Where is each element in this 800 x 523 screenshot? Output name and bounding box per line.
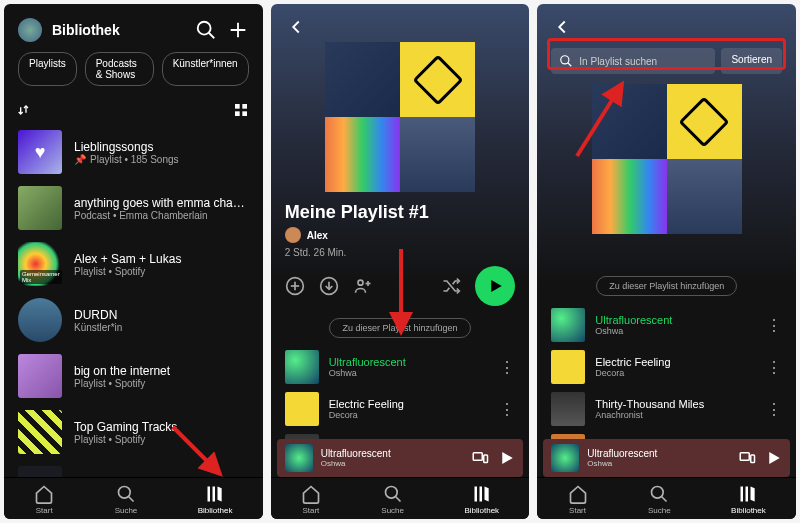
play-icon[interactable] <box>497 449 515 467</box>
now-playing-bar[interactable]: UltrafluorescentOshwa <box>543 439 790 477</box>
chip-artists[interactable]: Künstler*innen <box>162 52 249 86</box>
download-icon[interactable] <box>319 276 339 296</box>
playlist-duration: 2 Std. 26 Min. <box>285 247 516 258</box>
track-more-icon[interactable]: ⋮ <box>766 358 782 377</box>
item-thumb <box>18 298 62 342</box>
nav-search[interactable]: Suche <box>648 484 671 515</box>
track-row[interactable]: Electric FeelingDecora⋮ <box>285 388 516 430</box>
chip-podcasts[interactable]: Podcasts & Shows <box>85 52 154 86</box>
track-name: Electric Feeling <box>329 398 490 410</box>
nav-library[interactable]: Bibliothek <box>731 484 766 515</box>
playlist-cover <box>592 84 742 234</box>
track-more-icon[interactable]: ⋮ <box>766 316 782 335</box>
track-name: Electric Feeling <box>595 356 756 368</box>
svg-rect-7 <box>242 104 247 109</box>
add-to-playlist-button[interactable]: Zu dieser Playlist hinzufügen <box>329 318 470 338</box>
list-item[interactable]: Deep FocusPlaylist • Spotify <box>18 460 249 477</box>
svg-point-24 <box>385 487 397 499</box>
svg-rect-23 <box>484 455 488 463</box>
track-name: Ultrafluorescent <box>329 356 490 368</box>
track-row[interactable]: Thirty-Thousand MilesAnachronist⋮ <box>551 388 782 430</box>
track-name: Ultrafluorescent <box>595 314 756 326</box>
track-more-icon[interactable]: ⋮ <box>499 358 515 377</box>
pin-icon: 📌 <box>74 154 86 165</box>
sort-button[interactable]: Sortieren <box>721 48 782 74</box>
grid-view-icon[interactable] <box>233 102 249 118</box>
owner-name[interactable]: Alex <box>307 230 328 241</box>
liked-songs-icon: ♥ <box>18 130 62 174</box>
nav-search[interactable]: Suche <box>115 484 138 515</box>
svg-rect-30 <box>740 453 749 461</box>
svg-line-25 <box>395 497 400 502</box>
item-name: DURDN <box>74 308 249 322</box>
svg-line-33 <box>662 497 667 502</box>
add-icon[interactable] <box>227 19 249 41</box>
nav-library[interactable]: Bibliothek <box>464 484 499 515</box>
add-to-playlist-button[interactable]: Zu dieser Playlist hinzufügen <box>596 276 737 296</box>
nav-start[interactable]: Start <box>568 484 588 515</box>
playlist-search-screen: Sortieren Zu dieser Playlist hinzufügen … <box>537 4 796 519</box>
item-name: Top Gaming Tracks <box>74 420 249 434</box>
track-row[interactable]: Electric FeelingDecora⋮ <box>551 346 782 388</box>
list-item[interactable]: ♥ Lieblingssongs📌Playlist • 185 Songs <box>18 124 249 180</box>
item-name: Alex + Sam + Lukas <box>74 252 249 266</box>
nav-start[interactable]: Start <box>301 484 321 515</box>
track-thumb <box>551 308 585 342</box>
svg-point-19 <box>358 280 363 285</box>
now-playing-name: Ultrafluorescent <box>587 448 730 459</box>
nav-library[interactable]: Bibliothek <box>198 484 233 515</box>
profile-avatar[interactable] <box>18 18 42 42</box>
search-box[interactable] <box>551 48 715 74</box>
item-name: anything goes with emma chamberlain <box>74 196 249 210</box>
track-thumb <box>551 350 585 384</box>
back-icon[interactable] <box>285 16 307 38</box>
item-thumb <box>18 466 62 477</box>
svg-point-32 <box>652 487 664 499</box>
list-item[interactable]: big on the internetPlaylist • Spotify <box>18 348 249 404</box>
playlist-title: Meine Playlist #1 <box>285 202 516 223</box>
sort-icon[interactable] <box>18 102 34 118</box>
playlist-screen: Meine Playlist #1 Alex 2 Std. 26 Min. Zu… <box>271 4 530 519</box>
nav-start[interactable]: Start <box>34 484 54 515</box>
svg-rect-9 <box>242 111 247 116</box>
svg-point-28 <box>561 56 569 64</box>
back-icon[interactable] <box>551 16 573 38</box>
track-name: Thirty-Thousand Miles <box>595 398 756 410</box>
owner-avatar[interactable] <box>285 227 301 243</box>
item-thumb <box>18 186 62 230</box>
now-playing-thumb <box>551 444 579 472</box>
svg-rect-8 <box>235 111 240 116</box>
list-item[interactable]: DURDNKünstler*in <box>18 292 249 348</box>
track-thumb <box>285 392 319 426</box>
svg-line-11 <box>128 497 133 502</box>
list-item[interactable]: Top Gaming TracksPlaylist • Spotify <box>18 404 249 460</box>
devices-icon[interactable] <box>471 449 489 467</box>
track-row[interactable]: UltrafluorescentOshwa⋮ <box>285 346 516 388</box>
now-playing-name: Ultrafluorescent <box>321 448 464 459</box>
bottom-nav: Start Suche Bibliothek <box>4 477 263 519</box>
track-more-icon[interactable]: ⋮ <box>766 400 782 419</box>
list-item[interactable]: anything goes with emma chamberlainPodca… <box>18 180 249 236</box>
track-more-icon[interactable]: ⋮ <box>499 400 515 419</box>
search-icon <box>559 54 573 68</box>
svg-rect-12 <box>208 487 211 502</box>
svg-rect-6 <box>235 104 240 109</box>
play-icon[interactable] <box>764 449 782 467</box>
shuffle-icon[interactable] <box>441 276 461 296</box>
nav-search[interactable]: Suche <box>381 484 404 515</box>
search-input[interactable] <box>579 56 707 67</box>
item-name: big on the internet <box>74 364 249 378</box>
now-playing-bar[interactable]: UltrafluorescentOshwa <box>277 439 524 477</box>
add-circle-icon[interactable] <box>285 276 305 296</box>
list-item[interactable]: Gemeinsamer Mix Alex + Sam + LukasPlayli… <box>18 236 249 292</box>
devices-icon[interactable] <box>738 449 756 467</box>
item-name: Deep Focus <box>74 476 249 478</box>
play-button[interactable] <box>475 266 515 306</box>
now-playing-thumb <box>285 444 313 472</box>
track-row[interactable]: UltrafluorescentOshwa⋮ <box>551 304 782 346</box>
invite-icon[interactable] <box>353 276 373 296</box>
svg-rect-31 <box>751 455 755 463</box>
chip-playlists[interactable]: Playlists <box>18 52 77 86</box>
item-name: Lieblingssongs <box>74 140 249 154</box>
search-icon[interactable] <box>195 19 217 41</box>
